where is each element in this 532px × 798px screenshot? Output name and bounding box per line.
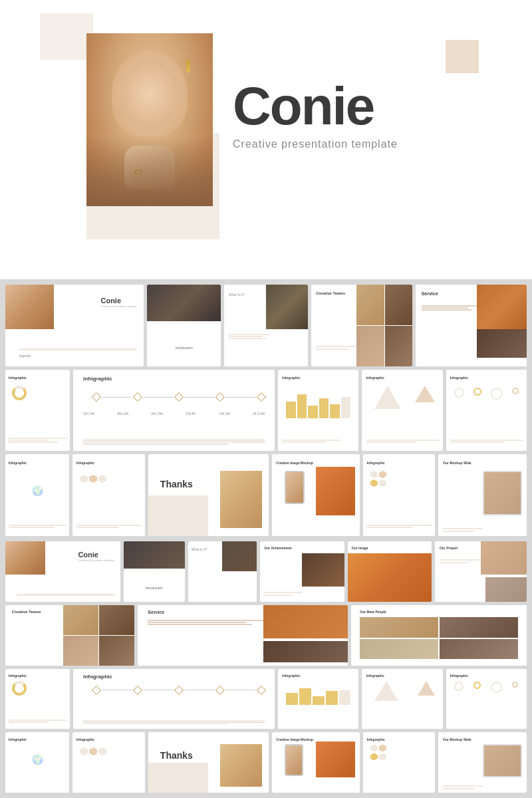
slides-row-4: Conie Creative presentation template Int… [5,541,527,602]
circ-2-4 [512,682,518,688]
slide-info-9: Infographic [5,669,70,730]
i4l1 [366,440,439,441]
slide-info-8-inner: Infographic [363,454,435,536]
mp1 [360,617,438,638]
m2l1 [443,785,483,787]
i8l1 [366,525,432,526]
conie2-agenda [17,594,114,596]
hc2 [379,471,386,478]
stats-row: 257,2M 891,9M 34C,5M 156,8K 740,2M 24,5,… [83,412,265,416]
slide-info-1: Infographic [5,370,70,452]
hc1 [370,471,378,478]
slide-info-13: Infographic [446,669,527,730]
slide-meet-people: Our Meet People [351,605,527,666]
achl1 [264,592,302,593]
slide-info-12: Infographic [362,669,442,730]
conn4 [225,397,256,398]
slide-info-15: Infographic [72,732,144,793]
hex-cluster [370,471,386,487]
thanks2-photo-fill [220,744,262,787]
slide-achievement: Our Achievement [260,541,344,602]
slide-info-3: Infographic [278,370,358,452]
slide-conie-subtitle: Creative presentation template [100,305,136,308]
circ-2-2 [473,682,481,689]
slide-our-image-inner: Our Image [348,541,432,602]
cp-4 [385,326,413,366]
i10l2 [83,722,265,723]
bc5 [330,404,340,418]
circ4 [512,388,519,394]
slide-info-8: Infographic [363,454,435,536]
intro2-label: Introduction [145,586,162,590]
conn2 [143,397,174,398]
slide-conie-2-inner: Conie Creative presentation template [5,541,120,602]
info3-legend [282,440,354,443]
slide-thanks-2: Thanks [148,732,269,793]
stat-1: 257,2M [83,412,94,416]
d2-4 [215,686,225,695]
hand-deco [124,146,175,189]
slide-creative-1: Creative Teams [311,285,413,366]
ml2 [443,531,475,532]
slide-service-inner: Service [416,285,527,366]
service2-photo2 [263,641,348,662]
i6l2 [9,527,55,528]
circles-row-2 [450,682,523,693]
bc3 [308,406,318,418]
conn3 [184,397,215,398]
ci2-photo [316,741,356,777]
i4l2 [366,442,417,443]
slide-info-5: Infographic [446,370,527,452]
dc2 [143,690,174,690]
slide-thanks-2-inner: Thanks [148,732,269,793]
creative-label: Creative Teams [316,291,345,295]
slide-info-14: Infographic 🌍 [5,732,69,793]
hex-row [80,475,106,483]
slide-achievement-inner: Our Achievement [260,541,344,602]
slide-creative-image-2: Creative Image Mockup [272,732,360,793]
i5l1 [450,440,523,441]
info12-label: Infographic [366,674,384,678]
hero-photo-face [86,33,213,206]
achievement-text [264,592,302,596]
service2-text [148,620,263,625]
d3 [174,392,184,402]
si9-inner: Infographic [5,669,70,730]
slide-mockup-1: Our Mockup Slide [438,454,527,536]
d2-1 [92,686,101,695]
si12-inner: Infographic [362,669,442,730]
slides-row-6: Infographic Infographic [5,669,527,730]
conie2-photo [5,541,45,575]
what2-photo [222,541,257,571]
bc11-2 [299,688,311,705]
slides-row-5: Creative Teams Service [5,605,527,666]
si16-inner: Infographic [363,732,435,793]
mockup2-text [443,785,483,789]
slide-our-image: Our Image [348,541,432,602]
sv-l1 [422,305,477,307]
hc2-4 [379,753,386,760]
h2-3 [98,747,106,755]
info10-label: Infographic [83,674,112,680]
ib3 [9,442,58,443]
si10-inner: Infographic [73,669,275,730]
mockup2-label: Our Mockup Slide [443,737,471,741]
circ3 [491,388,503,400]
d2-3 [174,686,184,695]
circ-2-1 [454,682,464,691]
d2 [133,392,142,402]
service-label: Service [422,291,438,296]
slide-thanks-1: Thanks [148,454,269,536]
hero-text-block: Conie Creative presentation template [233,80,398,150]
tablet-screen [484,472,521,514]
slides-row-1: Conie Creative presentation template Age… [5,285,527,366]
service-text-block [422,305,477,311]
slide-intro-inner: Introduction [147,285,221,366]
our-image-photo [348,553,432,602]
si13-inner: Infographic [446,669,527,730]
slide-intro-1: Introduction [147,285,221,366]
info3-label: Infographic [282,376,300,380]
bc11-5 [339,690,351,705]
sm2-inner: Our Mockup Slide [438,732,527,793]
slide-creative-inner: Creative Teams [311,285,413,366]
